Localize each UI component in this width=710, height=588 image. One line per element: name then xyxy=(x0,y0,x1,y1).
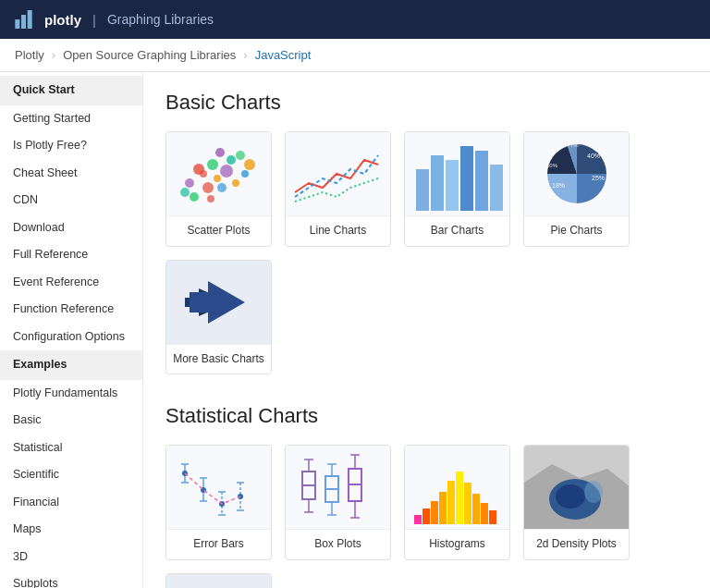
svg-rect-68 xyxy=(414,515,422,524)
sidebar-item[interactable]: Is Plotly Free? xyxy=(0,132,142,160)
line-charts-card[interactable]: Line Charts xyxy=(285,131,391,247)
box-plots-card[interactable]: Box Plots xyxy=(285,445,391,560)
sidebar-item[interactable]: Plotly Fundamentals xyxy=(0,380,142,408)
svg-point-13 xyxy=(193,164,204,175)
box-label: Box Plots xyxy=(286,529,390,559)
main-layout: Quick StartGetting StartedIs Plotly Free… xyxy=(0,72,710,588)
svg-rect-22 xyxy=(446,160,459,211)
sidebar-section-header: Examples xyxy=(0,350,142,380)
sidebar-item[interactable]: Cheat Sheet xyxy=(0,160,142,188)
svg-text:25%: 25% xyxy=(592,175,605,181)
svg-rect-0 xyxy=(15,19,19,29)
svg-rect-20 xyxy=(416,169,429,211)
svg-point-16 xyxy=(180,188,190,197)
bar-thumbnail xyxy=(405,132,510,215)
more-basic-label: More Basic Charts xyxy=(166,344,271,374)
svg-point-10 xyxy=(217,183,226,192)
error-bars-thumbnail xyxy=(166,446,272,529)
sidebar-item[interactable]: Event Reference xyxy=(0,269,142,297)
svg-text:18%: 18% xyxy=(552,182,565,189)
svg-point-19 xyxy=(215,148,225,157)
breadcrumb-js[interactable]: JavaScript xyxy=(255,48,312,62)
pie-charts-card[interactable]: 40% 25% 18% -10% 7% Pie Charts xyxy=(523,131,630,247)
basic-charts-title: Basic Charts xyxy=(165,91,688,115)
svg-point-9 xyxy=(207,159,218,170)
sidebar-item[interactable]: Maps xyxy=(0,516,142,544)
sidebar-item[interactable]: Scientific xyxy=(0,461,142,489)
statistical-charts-title: Statistical Charts xyxy=(165,404,688,428)
svg-point-81 xyxy=(584,481,603,503)
line-label: Line Charts xyxy=(286,215,390,246)
svg-point-12 xyxy=(185,178,194,188)
scatter-label: Scatter Plots xyxy=(166,215,271,246)
svg-rect-1 xyxy=(21,15,26,29)
svg-point-5 xyxy=(214,175,221,182)
histogram-thumbnail xyxy=(405,446,510,529)
scatter-plots-card[interactable]: Scatter Plots xyxy=(165,131,272,247)
plotly-logo-icon xyxy=(15,10,37,29)
svg-rect-76 xyxy=(481,503,488,524)
svg-point-14 xyxy=(236,151,245,160)
svg-rect-25 xyxy=(490,165,503,211)
svg-text:7%: 7% xyxy=(570,142,579,148)
sidebar-item[interactable]: Financial xyxy=(0,489,142,517)
svg-point-15 xyxy=(241,170,249,178)
top-bar: plotly | Graphing Libraries xyxy=(0,0,710,39)
svg-text:-10%: -10% xyxy=(545,163,558,168)
density-label: 2d Density Plots xyxy=(524,529,629,559)
svg-rect-21 xyxy=(431,155,444,211)
sidebar-item[interactable]: CDN xyxy=(0,187,142,214)
logo-area: plotly | Graphing Libraries xyxy=(15,10,214,29)
logo-divider: | xyxy=(92,12,96,28)
pie-label: Pie Charts xyxy=(524,215,629,246)
scatter-thumbnail xyxy=(166,132,272,215)
breadcrumb-plotly[interactable]: Plotly xyxy=(15,48,44,62)
svg-point-4 xyxy=(202,182,214,193)
svg-point-6 xyxy=(220,165,233,178)
svg-rect-71 xyxy=(439,492,447,524)
breadcrumb-oss[interactable]: Open Source Graphing Libraries xyxy=(63,48,236,62)
svg-point-3 xyxy=(190,192,199,202)
svg-point-18 xyxy=(207,195,214,202)
svg-point-11 xyxy=(232,179,239,187)
sidebar-item[interactable]: Download xyxy=(0,214,142,242)
histograms-card[interactable]: Histograms xyxy=(404,445,510,560)
svg-rect-75 xyxy=(472,494,480,524)
basic-charts-grid: Scatter Plots Line Charts xyxy=(165,131,688,374)
sidebar-item[interactable]: Basic xyxy=(0,407,142,435)
svg-rect-23 xyxy=(460,146,473,211)
logo-text: plotly xyxy=(44,12,81,28)
svg-text:40%: 40% xyxy=(587,153,600,159)
bar-charts-card[interactable]: Bar Charts xyxy=(404,131,510,247)
error-bars-card[interactable]: Error Bars xyxy=(165,445,272,560)
more-stat-thumbnail xyxy=(166,574,272,588)
more-basic-thumbnail xyxy=(166,261,272,344)
density-2d-card[interactable]: 2d Density Plots xyxy=(523,445,630,560)
error-bars-label: Error Bars xyxy=(166,529,271,559)
more-basic-card[interactable]: More Basic Charts xyxy=(165,260,272,375)
sidebar-item[interactable]: Full Reference xyxy=(0,241,142,269)
sidebar-item[interactable]: Getting Started xyxy=(0,105,142,133)
breadcrumb-bar: Plotly › Open Source Graphing Libraries … xyxy=(0,39,710,72)
sidebar: Quick StartGetting StartedIs Plotly Free… xyxy=(0,72,143,588)
more-statistical-card[interactable]: More Statistical Charts xyxy=(165,573,272,588)
statistical-charts-grid: Error Bars xyxy=(165,445,688,588)
svg-rect-74 xyxy=(464,483,471,524)
sidebar-item[interactable]: 3D xyxy=(0,544,142,571)
svg-rect-73 xyxy=(456,472,463,524)
sidebar-item[interactable]: Statistical xyxy=(0,435,142,462)
line-thumbnail xyxy=(286,132,391,215)
svg-rect-24 xyxy=(475,151,488,211)
svg-rect-69 xyxy=(422,508,430,524)
histogram-label: Histograms xyxy=(405,529,509,559)
svg-rect-72 xyxy=(447,481,455,524)
svg-point-17 xyxy=(244,159,255,170)
box-thumbnail xyxy=(286,446,391,529)
sidebar-item[interactable]: Function Reference xyxy=(0,296,142,324)
density-thumbnail xyxy=(524,446,630,529)
svg-point-7 xyxy=(226,155,236,165)
sidebar-item[interactable]: Configuration Options xyxy=(0,324,142,351)
pie-thumbnail: 40% 25% 18% -10% 7% xyxy=(524,132,630,215)
sidebar-item[interactable]: Subplots xyxy=(0,570,142,588)
content-area: Basic Charts xyxy=(143,72,710,588)
